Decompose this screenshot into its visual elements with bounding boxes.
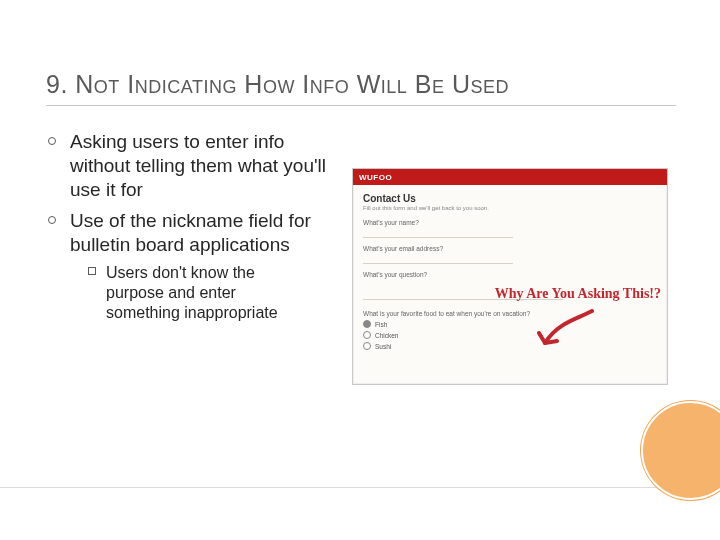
bullet-text: Asking users to enter info without telli… [70,131,326,200]
form-subheading: Fill out this form and we'll get back to… [363,205,657,211]
text-field [363,227,513,238]
sub-bullet-text: Users don't know the purpose and enter s… [106,264,278,321]
field-label: What's your name? [363,219,657,226]
form-body: Contact Us Fill out this form and we'll … [353,185,667,358]
slide-title: 9. Not Indicating How Info Will Be Used [46,70,676,106]
radio-option: Chicken [363,331,657,339]
bullet-item: Use of the nickname field for bulletin b… [46,209,346,323]
field-label: What's your email address? [363,245,657,252]
slide: 9. Not Indicating How Info Will Be Used … [0,0,720,540]
text-field [363,253,513,264]
form-screenshot: WUFOO Contact Us Fill out this form and … [352,168,668,385]
radio-option: Fish [363,320,657,328]
footer-divider [0,487,720,488]
brand-logo: WUFOO [359,173,392,182]
option-label: Sushi [375,343,391,350]
sub-bullet-list: Users don't know the purpose and enter s… [70,263,346,323]
decorative-circle [641,401,720,500]
option-label: Fish [375,321,387,328]
radio-icon [363,331,371,339]
field-label: What's your question? [363,271,657,278]
bullet-list: Asking users to enter info without telli… [46,130,346,323]
bullet-item: Asking users to enter info without telli… [46,130,346,201]
sub-bullet-item: Users don't know the purpose and enter s… [88,263,296,323]
radio-option: Sushi [363,342,657,350]
bullet-text: Use of the nickname field for bulletin b… [70,210,311,255]
option-label: Chicken [375,332,398,339]
question-label: What is your favorite food to eat when y… [363,310,657,317]
handwritten-annotation: Why Are You Asking This!? [495,287,661,301]
form-heading: Contact Us [363,193,657,204]
radio-icon [363,342,371,350]
content-area: Asking users to enter info without telli… [46,130,346,331]
brand-bar: WUFOO [353,169,667,185]
arrow-icon [537,309,597,357]
radio-icon [363,320,371,328]
